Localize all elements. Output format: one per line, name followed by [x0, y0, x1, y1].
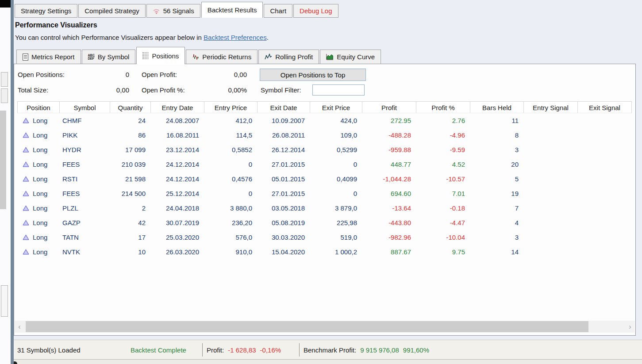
tab-positions[interactable]: Positions — [136, 47, 185, 64]
partial-control — [1, 72, 8, 87]
table-row[interactable]: LongRSTI21 59824.12.20140,457605.01.2015… — [17, 172, 632, 186]
scroll-right-arrow[interactable]: › — [625, 321, 635, 333]
exit-signal-cell — [578, 157, 632, 172]
column-header-profit_pct[interactable]: Profit % — [416, 101, 470, 113]
tab-backtest-results[interactable]: Backtest Results — [201, 2, 263, 18]
entry-price-cell: 3 880,0 — [204, 201, 258, 215]
scrollbar-thumb[interactable] — [26, 321, 588, 332]
exit-date-cell: 15.04.2020 — [258, 245, 310, 259]
column-header-entry_signal[interactable]: Entry Signal — [524, 101, 578, 113]
bars-held-cell: 20 — [470, 157, 524, 172]
profit-status: Profit: -1 628,83 -0,16% — [207, 340, 281, 360]
profit-pct-cell: 9.75 — [416, 245, 470, 259]
status-bar: 31 Symbol(s) Loaded Backtest Complete Pr… — [14, 340, 642, 360]
table-row[interactable]: LongNVTK1026.03.2020910,015.04.20201 000… — [17, 245, 632, 259]
entry-price-cell: 0 — [204, 186, 258, 201]
long-triangle-icon — [23, 132, 29, 138]
profit-pct-cell: -4.47 — [416, 215, 470, 230]
column-header-profit[interactable]: Profit — [362, 101, 416, 113]
tab-equity-curve[interactable]: Equity Curve — [320, 50, 381, 64]
scroll-left-arrow[interactable]: ‹ — [15, 321, 24, 333]
profit-pct-cell: -4.96 — [416, 128, 470, 142]
status-separator — [299, 343, 300, 356]
symbol-cell: FEES — [60, 186, 110, 201]
subtitle-text: You can control which Performance Visual… — [15, 34, 204, 41]
column-header-entry_price[interactable]: Entry Price — [204, 101, 258, 113]
tab-label: Chart — [270, 7, 286, 15]
entry-date-cell: 25.12.2014 — [151, 186, 204, 201]
tab-rolling-profit[interactable]: Rolling Profit — [258, 50, 319, 64]
open-profit-pct-label: Open Profit %: — [142, 86, 185, 94]
position-type: Long — [33, 172, 47, 186]
column-header-entry_date[interactable]: Entry Date — [151, 101, 204, 113]
column-header-exit_price[interactable]: Exit Price — [310, 101, 362, 113]
table-row[interactable]: LongCHMF2424.08.2007412,010.09.2007424,0… — [17, 113, 632, 128]
tab-by-symbol[interactable]: ABCDEF By Symbol — [82, 50, 136, 64]
open-positions-to-top-button[interactable]: Open Positions to Top — [260, 69, 366, 81]
profit-pct-cell: -10.04 — [416, 230, 470, 245]
horizontal-scrollbar[interactable]: ‹ › — [15, 321, 635, 333]
tab-chart[interactable]: Chart — [264, 4, 292, 18]
backtest-preferences-link[interactable]: Backtest Preferences — [204, 34, 267, 41]
long-triangle-icon — [23, 205, 29, 211]
bars-held-cell: 4 — [470, 215, 524, 230]
position-type: Long — [33, 245, 47, 259]
open-positions-value: 0 — [85, 71, 129, 78]
long-triangle-icon — [23, 147, 29, 153]
main-tab-bar: Strategy Settings Compiled Strategy 56 S… — [15, 2, 339, 18]
tab-debug-log[interactable]: Debug Log — [293, 4, 338, 18]
positions-table: PositionSymbolQuantityEntry DateEntry Pr… — [17, 101, 632, 259]
symbol-filter-label: Symbol Filter: — [261, 86, 301, 94]
position-type: Long — [33, 201, 47, 215]
exit-date-cell: 05.01.2015 — [258, 172, 310, 186]
table-row[interactable]: LongPIKK8616.08.2011114,526.08.2011109,0… — [17, 128, 632, 142]
long-triangle-icon — [23, 191, 29, 196]
column-header-exit_date[interactable]: Exit Date — [258, 101, 310, 113]
tab-label: By Symbol — [98, 53, 130, 61]
panel-splitter[interactable] — [11, 0, 14, 364]
long-triangle-icon — [23, 220, 29, 226]
open-profit-label: Open Profit: — [142, 71, 177, 78]
table-row[interactable]: LongHYDR17 09923.12.20140,585226.12.2014… — [17, 142, 632, 157]
profit-pct-cell: -9.59 — [416, 142, 470, 157]
exit-date-cell: 27.01.2015 — [258, 157, 310, 172]
symbol-cell: RSTI — [60, 172, 110, 186]
table-row[interactable]: LongTATN1725.03.2020576,030.03.2020519,0… — [17, 230, 632, 245]
entry-date-cell: 24.04.2018 — [151, 201, 204, 215]
position-type: Long — [33, 142, 47, 157]
quantity-cell: 86 — [110, 128, 151, 142]
tab-signals[interactable]: 56 Signals — [146, 4, 200, 18]
table-row[interactable]: LongFEES214 50025.12.2014027.01.20150694… — [17, 186, 632, 201]
partial-scrollbar-thumb — [0, 111, 6, 209]
entry-date-cell: 16.08.2011 — [151, 128, 204, 142]
exit-date-cell: 26.08.2011 — [258, 128, 310, 142]
entry-price-cell: 0,5852 — [204, 142, 258, 157]
symbol-filter-input[interactable] — [312, 84, 365, 96]
column-header-bars_held[interactable]: Bars Held — [470, 101, 524, 113]
bars-held-cell: 11 — [470, 113, 524, 128]
exit-price-cell: 1 000,2 — [310, 245, 362, 259]
table-row[interactable]: LongGAZP4230.07.2019236,2005.08.2019225,… — [17, 215, 632, 230]
profit-pct-cell: 4.52 — [416, 157, 470, 172]
column-header-symbol[interactable]: Symbol — [60, 101, 110, 113]
position-type: Long — [33, 230, 47, 245]
tab-periodic-returns[interactable]: Periodic Returns — [186, 50, 258, 64]
column-header-position[interactable]: Position — [17, 101, 60, 113]
entry-date-cell: 24.12.2014 — [151, 172, 204, 186]
bars-held-cell: 14 — [470, 245, 524, 259]
profit-cell: -959.88 — [362, 142, 416, 157]
column-header-quantity[interactable]: Quantity — [110, 101, 151, 113]
entry-signal-cell — [524, 128, 578, 142]
column-header-exit_signal[interactable]: Exit Signal — [578, 101, 632, 113]
entry-date-cell: 24.12.2014 — [151, 157, 204, 172]
table-row[interactable]: LongFEES210 03924.12.2014027.01.20150448… — [17, 157, 632, 172]
profit-cell: -982.96 — [362, 230, 416, 245]
table-row[interactable]: LongPLZL224.04.20183 880,003.05.20183 87… — [17, 201, 632, 215]
bottom-panel-edge — [0, 359, 642, 364]
tab-compiled-strategy[interactable]: Compiled Strategy — [78, 4, 145, 18]
entry-signal-cell — [524, 230, 578, 245]
entry-price-cell: 412,0 — [204, 113, 258, 128]
tab-strategy-settings[interactable]: Strategy Settings — [15, 4, 77, 18]
exit-price-cell: 3 879,0 — [310, 201, 362, 215]
tab-metrics-report[interactable]: Metrics Report — [16, 50, 81, 64]
